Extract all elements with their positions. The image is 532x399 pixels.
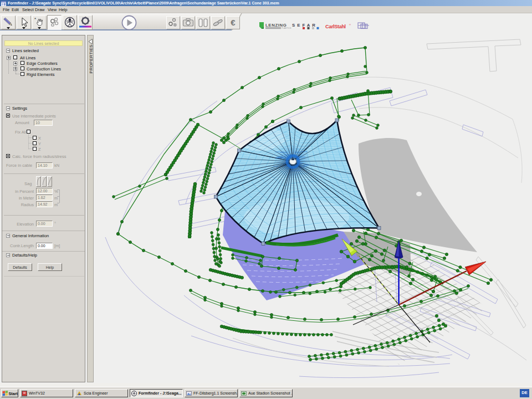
svg-text:PLASTICS: PLASTICS (282, 27, 291, 29)
svg-text:CarlStahl: CarlStahl (325, 24, 346, 29)
svg-text:*: * (34, 17, 36, 22)
svg-text:SEFAR: SEFAR (292, 23, 318, 28)
svg-text:®: ® (349, 23, 351, 26)
